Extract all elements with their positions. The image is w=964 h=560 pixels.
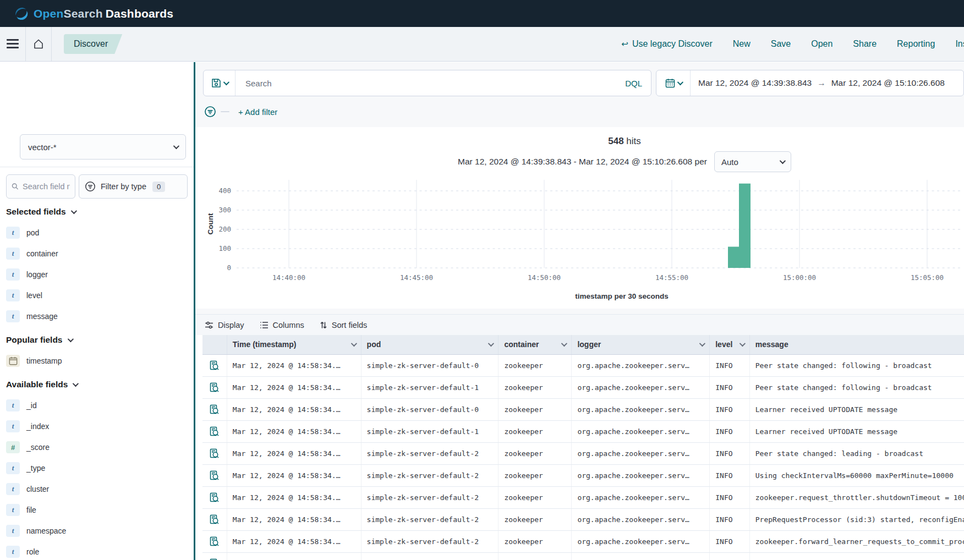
toolbar-button-label: Sort fields [332, 321, 367, 330]
field-item-_type[interactable]: t_type [0, 458, 194, 479]
chevron-down-icon[interactable] [740, 341, 746, 347]
section-heading-selected-fields[interactable]: Selected fields [0, 201, 194, 222]
field-label: _type [26, 464, 45, 473]
date-quick-select-button[interactable] [656, 70, 691, 96]
field-item-container[interactable]: tcontainer [0, 243, 194, 264]
table-header-row: Time (timestamp)podcontainerloggerlevelm… [202, 335, 964, 354]
chevron-down-icon[interactable] [699, 341, 705, 347]
hits-count: 548 hits [195, 136, 964, 147]
field-item-_score[interactable]: #_score [0, 437, 194, 458]
table-row: Mar 12, 2024 @ 14:58:34.…simple-zk-serve… [202, 552, 964, 560]
toolbar-button-columns[interactable]: Columns [260, 321, 304, 330]
field-search-input[interactable] [23, 182, 70, 191]
nav-menu-item-legacy[interactable]: ↩ Use legacy Discover [621, 39, 712, 49]
field-item-_id[interactable]: t_id [0, 395, 194, 416]
nav-menu-item[interactable]: Reporting [897, 39, 935, 49]
filter-circle-icon [85, 181, 96, 192]
table-row: Mar 12, 2024 @ 14:58:34.…simple-zk-serve… [202, 530, 964, 552]
field-item-role[interactable]: trole [0, 541, 194, 560]
expand-document-cell [202, 420, 227, 442]
field-item-_index[interactable]: t_index [0, 416, 194, 437]
header-cell-container[interactable]: container [499, 335, 572, 354]
expand-document-icon[interactable] [202, 382, 227, 393]
section-heading-available-fields[interactable]: Available fields [0, 374, 194, 395]
search-icon [12, 182, 19, 191]
nav-menu-item[interactable]: Share [853, 39, 877, 49]
nav-menu-item[interactable]: New [733, 39, 751, 49]
field-item-cluster[interactable]: tcluster [0, 479, 194, 499]
expand-document-icon[interactable] [202, 470, 227, 481]
field-item-level[interactable]: tlevel [0, 285, 194, 306]
expand-document-icon[interactable] [202, 448, 227, 459]
saved-queries-button[interactable] [204, 70, 235, 96]
histogram-svg[interactable]: 14:40:0014:45:0014:50:0014:55:0015:00:00… [195, 175, 960, 303]
expand-document-icon[interactable] [202, 404, 227, 415]
field-item-pod[interactable]: tpod [0, 222, 194, 243]
expand-document-cell [202, 486, 227, 508]
histogram-bar[interactable] [739, 184, 751, 268]
field-search-box[interactable] [6, 174, 75, 199]
expand-document-icon[interactable] [202, 558, 227, 560]
field-item-file[interactable]: tfile [0, 499, 194, 520]
header-cell-Time[interactable]: Time (timestamp) [227, 335, 361, 354]
nav-menu-item[interactable]: Save [771, 39, 791, 49]
header-cell-pod[interactable]: pod [361, 335, 499, 354]
histogram-bar[interactable] [728, 246, 739, 268]
columns-icon [260, 321, 269, 330]
search-input[interactable] [235, 70, 616, 96]
filter-by-type-button[interactable]: Filter by type 0 [79, 174, 188, 199]
toolbar-button-sort[interactable]: Sort fields [320, 321, 367, 330]
text-type-badge: t [6, 504, 20, 516]
query-row: DQL Mar 12, 2024 @ 14:39:38.843 → Mar 12… [203, 70, 964, 96]
chevron-down-icon[interactable] [350, 341, 357, 347]
header-cell-level[interactable]: level [710, 335, 750, 354]
breadcrumb[interactable]: Discover [64, 34, 122, 54]
field-item-namespace[interactable]: tnamespace [0, 520, 194, 541]
field-item-timestamp[interactable]: timestamp [0, 350, 194, 371]
home-icon[interactable] [26, 27, 51, 61]
add-filter-button[interactable]: + Add filter [238, 107, 277, 117]
expand-document-icon[interactable] [202, 492, 227, 503]
pod-cell: simple-zk-server-default-0 [361, 354, 499, 376]
nav-divider [51, 27, 52, 61]
chevron-down-icon[interactable] [488, 341, 494, 347]
nav-menu-item[interactable]: Inspect [955, 39, 964, 49]
time-cell: Mar 12, 2024 @ 14:58:34.… [227, 442, 361, 464]
pod-cell: simple-zk-server-default-2 [361, 508, 499, 530]
level-cell: INFO [710, 530, 750, 552]
menu-hamburger-icon[interactable] [0, 27, 25, 61]
pod-cell: simple-zk-server-default-2 [361, 530, 499, 552]
logger-cell: org.apache.zookeeper.serv… [572, 376, 710, 398]
toolbar-button-display[interactable]: Display [205, 321, 244, 330]
interval-select[interactable]: Auto [714, 151, 791, 172]
svg-text:300: 300 [218, 206, 231, 214]
message-cell: Learner received UPTODATE message [749, 398, 964, 420]
date-range[interactable]: Mar 12, 2024 @ 14:39:38.843 → Mar 12, 20… [691, 78, 952, 88]
histogram-chart[interactable]: 14:40:0014:45:0014:50:0014:55:0015:00:00… [195, 175, 964, 305]
expand-document-icon[interactable] [202, 536, 227, 547]
table-row: Mar 12, 2024 @ 14:58:34.…simple-zk-serve… [202, 354, 964, 376]
time-cell: Mar 12, 2024 @ 14:58:34.… [227, 464, 361, 486]
header-cell-logger[interactable]: logger [572, 335, 710, 354]
expand-document-icon[interactable] [202, 426, 227, 437]
chevron-down-icon[interactable] [561, 341, 567, 347]
column-label: container [504, 340, 539, 349]
expand-document-icon[interactable] [202, 360, 227, 371]
field-item-logger[interactable]: tlogger [0, 264, 194, 285]
field-label: container [26, 249, 58, 258]
save-icon [211, 78, 221, 88]
index-pattern-select[interactable]: vector-* [20, 134, 186, 160]
date-from[interactable]: Mar 12, 2024 @ 14:39:38.843 [698, 78, 812, 88]
section-heading-popular-fields[interactable]: Popular fields [0, 329, 194, 350]
filter-menu-icon[interactable] [204, 106, 216, 118]
field-label: namespace [26, 526, 66, 535]
nav-menu-item[interactable]: Open [811, 39, 832, 49]
expand-document-icon[interactable] [202, 514, 227, 525]
date-to[interactable]: Mar 12, 2024 @ 15:10:26.608 [831, 78, 945, 88]
field-item-message[interactable]: tmessage [0, 306, 194, 327]
pod-cell: simple-zk-server-default-1 [361, 420, 499, 442]
page-layout: vector-* Filter by type 0 Selected field… [0, 62, 964, 560]
query-language-button[interactable]: DQL [616, 79, 651, 88]
chart-header: 548 hits Mar 12, 2024 @ 14:39:38.843 - M… [195, 136, 964, 172]
header-cell-message: message [749, 335, 964, 354]
